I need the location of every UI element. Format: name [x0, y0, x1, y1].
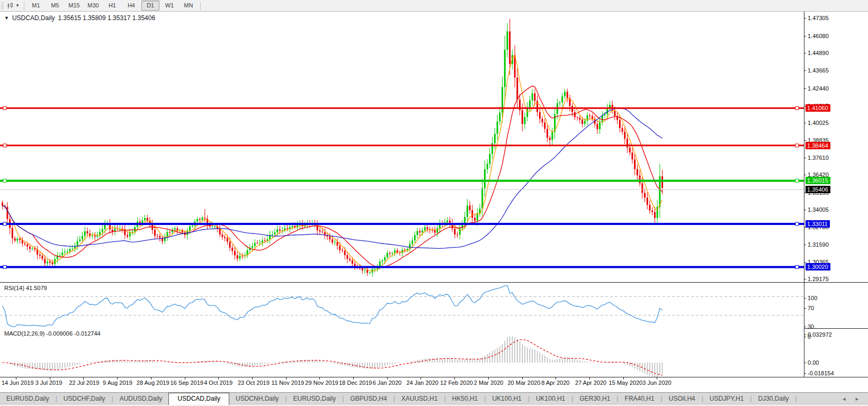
rsi-panel-canvas[interactable]: [0, 283, 804, 329]
candle-body: [51, 263, 53, 264]
macd-signal-line[interactable]: [3, 340, 663, 375]
chart-tab-usdcnh-4[interactable]: USDCNH,Daily: [229, 393, 285, 404]
candle-body: [32, 248, 33, 249]
chart-tab-usdcad-3[interactable]: USDCAD,Daily: [168, 393, 229, 405]
candle-body: [262, 240, 263, 242]
price-tick-label: 1.40025: [808, 120, 829, 126]
candle-body: [44, 259, 46, 263]
macd-panel-canvas[interactable]: [0, 329, 804, 377]
level-price-badge: 1.30020: [806, 263, 830, 270]
ma-slow-line[interactable]: [3, 108, 663, 248]
chart-tab-hk50-8[interactable]: HK50,H1: [446, 393, 485, 404]
candle-body: [649, 205, 650, 211]
chart-tab-uk100-10[interactable]: UK100,H1: [530, 393, 571, 404]
candle-body: [287, 228, 288, 229]
candle-body: [354, 264, 356, 266]
line-anchor-handle[interactable]: [795, 144, 799, 147]
candle-body: [506, 31, 508, 50]
chart-tab-usdchf-1[interactable]: USDCHF,Daily: [57, 393, 112, 404]
status-strip: [0, 404, 868, 406]
timeframe-button-m5[interactable]: M5: [46, 1, 64, 11]
chart-tab-uk100-9[interactable]: UK100,H1: [486, 393, 527, 404]
current-price-badge: 1.35406: [806, 186, 830, 193]
line-anchor-handle[interactable]: [795, 222, 799, 225]
timeframe-button-m15[interactable]: M15: [65, 1, 83, 11]
timeframe-button-h4[interactable]: H4: [122, 1, 140, 11]
line-anchor-handle[interactable]: [3, 106, 6, 110]
date-tick-mark: [16, 377, 16, 380]
chart-tab-gbpusd-6[interactable]: GBPUSD,H4: [344, 393, 393, 404]
candle-body: [237, 255, 238, 258]
candle-body: [77, 241, 78, 246]
candle-body: [516, 78, 518, 100]
candle-body: [436, 228, 438, 232]
timeframe-button-mn[interactable]: MN: [180, 1, 198, 11]
toolbar-grip[interactable]: [1, 2, 4, 10]
line-anchor-handle[interactable]: [795, 265, 799, 268]
candle-body: [154, 230, 156, 236]
line-anchor-handle[interactable]: [795, 106, 799, 110]
macd-tick-mark: [804, 373, 806, 374]
rsi-tick-mark: [804, 327, 806, 327]
date-tick-label: 20 Mar 2020: [508, 380, 541, 386]
candle-body: [362, 268, 363, 270]
candle-body: [16, 239, 18, 241]
candle-body: [497, 122, 498, 134]
line-anchor-handle[interactable]: [795, 179, 799, 182]
timeframe-button-w1[interactable]: W1: [160, 1, 178, 11]
timeframe-button-d1[interactable]: D1: [141, 1, 159, 11]
date-axis[interactable]: 14 Jun 20193 Jul 201922 Jul 20199 Aug 20…: [0, 377, 804, 392]
candle-body: [319, 230, 320, 231]
chart-tab-audusd-2[interactable]: AUDUSD,Daily: [113, 393, 169, 404]
main-chart-canvas[interactable]: [0, 12, 804, 282]
candle-body: [82, 236, 83, 240]
date-tick-label: 3 Jul 2019: [35, 380, 62, 386]
chevron-down-icon[interactable]: ▼: [15, 3, 20, 8]
price-tick-mark: [804, 18, 806, 19]
candle-body: [349, 259, 351, 260]
chart-symbol-label: USDCAD,Daily: [12, 14, 55, 22]
date-tick-label: 23 Oct 2019: [238, 380, 270, 386]
chart-tab-dj30-15[interactable]: DJ30,Daily: [751, 393, 795, 404]
line-anchor-handle[interactable]: [3, 222, 6, 225]
timeframe-button-m30[interactable]: M30: [84, 1, 102, 11]
candle-body: [157, 236, 158, 236]
chart-ohlc-values: 1.35615 1.35809 1.35317 1.35406: [58, 14, 156, 22]
candle-body: [239, 256, 240, 258]
rsi-tick-mark: [804, 298, 806, 299]
candle-body: [199, 219, 201, 220]
price-axis[interactable]: 1.473051.460801.448901.436651.424401.412…: [804, 12, 868, 377]
line-anchor-handle[interactable]: [3, 144, 6, 147]
candle-body: [189, 227, 191, 231]
candle-body: [457, 234, 458, 235]
candle-body: [542, 119, 543, 122]
candle-body: [112, 230, 113, 232]
chart-tab-ger30-11[interactable]: GER30,H1: [573, 393, 616, 404]
chart-tab-usdjpy-14[interactable]: USDJPY,H1: [703, 393, 750, 404]
symbol-expander-icon[interactable]: ▼: [4, 15, 9, 21]
candle-body: [29, 247, 31, 249]
line-anchor-handle[interactable]: [3, 179, 6, 182]
candle-body: [276, 229, 278, 232]
date-tick-mark: [50, 377, 50, 380]
line-anchor-handle[interactable]: [3, 265, 6, 268]
tab-scroll-arrows[interactable]: ◂ ▸: [843, 395, 863, 404]
chart-tab-eurusd-0[interactable]: EURUSD,Daily: [0, 393, 56, 404]
chart-tab-eurusd-5[interactable]: EURUSD,Daily: [287, 393, 342, 404]
timeframe-button-h1[interactable]: H1: [103, 1, 121, 11]
candle-body: [2, 203, 3, 206]
candle-body: [394, 250, 396, 253]
timeframe-button-m1[interactable]: M1: [27, 1, 45, 11]
price-tick-label: 1.34005: [808, 206, 829, 213]
candle-body: [79, 239, 80, 241]
candle-body: [256, 243, 258, 243]
candlestick-chart-icon[interactable]: [6, 2, 15, 10]
candle-body: [39, 255, 41, 256]
rsi-line[interactable]: [3, 285, 663, 327]
chart-tab-usoil-13[interactable]: USOil,H4: [663, 393, 702, 404]
chart-tab-xauusd-7[interactable]: XAUUSD,H1: [395, 393, 444, 404]
candle-body: [274, 232, 275, 234]
date-tick-label: 9 Aug 2019: [103, 380, 132, 386]
chart-tab-fra40-12[interactable]: FRA40,H1: [619, 393, 661, 404]
macd-tick-mark: [804, 335, 806, 335]
